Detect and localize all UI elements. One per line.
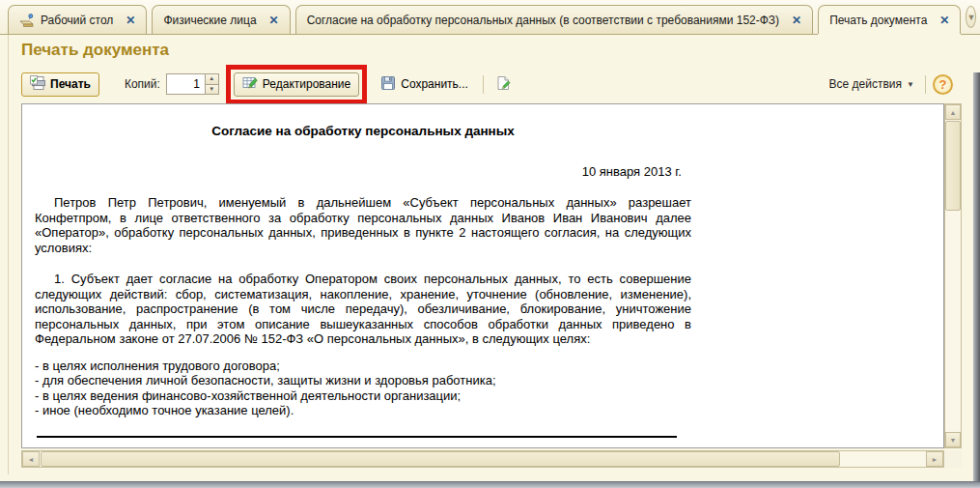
tab-consent-form[interactable]: Согласие на обработку персональных данны…: [295, 5, 814, 34]
toolbar-separator: [483, 75, 484, 94]
horizontal-scroll-thumb[interactable]: [41, 451, 840, 467]
signature-line: [37, 436, 677, 438]
page-edit-button[interactable]: [490, 72, 516, 97]
page-title: Печать документа: [21, 41, 169, 60]
save-button[interactable]: Сохранить...: [373, 72, 476, 97]
all-actions-button[interactable]: Все действия ▼: [826, 74, 918, 94]
document-paragraph: 1. Субъект дает согласие на обработку Оп…: [35, 272, 691, 347]
tab-print-document[interactable]: Печать документа ✕: [818, 5, 961, 34]
close-icon[interactable]: ✕: [939, 14, 949, 26]
edit-table-pencil-icon: [242, 75, 258, 94]
all-actions-label: Все действия: [829, 77, 902, 91]
scroll-right-button[interactable]: ►: [926, 451, 943, 467]
toolbar: Печать Копий: ▲ ▼: [21, 68, 953, 100]
close-icon[interactable]: ✕: [126, 14, 135, 26]
document-title: Согласие на обработку персональных данны…: [35, 124, 691, 139]
edit-button-label: Редактирование: [263, 77, 350, 91]
scroll-left-button[interactable]: ◄: [22, 451, 40, 467]
vertical-scrollbar[interactable]: ▲ ▼: [944, 103, 962, 448]
document-date: 10 января 2013 г.: [35, 164, 691, 180]
help-button[interactable]: ?: [933, 74, 953, 95]
printer-icon: [30, 75, 45, 94]
question-mark-icon: ?: [939, 77, 947, 92]
save-button-label: Сохранить...: [401, 77, 468, 91]
chevron-down-icon: ▼: [907, 80, 914, 89]
document-paragraph: Петров Петр Петрович, именуемый в дальне…: [35, 195, 691, 255]
tab-label: Физические лица: [163, 14, 256, 27]
tab-label: Согласие на обработку персональных данны…: [307, 14, 779, 27]
tab-individuals[interactable]: Физические лица ✕: [152, 5, 290, 34]
tab-label: Рабочий стол: [41, 14, 113, 27]
close-icon[interactable]: ✕: [792, 14, 801, 26]
horizontal-scrollbar[interactable]: ◄ ►: [21, 450, 944, 468]
window-right-edge: [973, 72, 980, 481]
edit-button[interactable]: Редактирование: [234, 72, 359, 97]
copies-label: Копий:: [125, 77, 160, 91]
tab-label: Печать документа: [829, 14, 927, 27]
page-pencil-icon: [495, 75, 511, 94]
desktop-icon: [19, 13, 35, 28]
print-button-label: Печать: [50, 77, 91, 91]
print-button[interactable]: Печать: [21, 72, 99, 97]
window-left-border: [8, 35, 9, 474]
taskbar-edge: [0, 481, 980, 488]
vertical-scroll-thumb[interactable]: [945, 121, 961, 211]
toolbar-separator: [925, 75, 926, 94]
document-preview-area: Согласие на обработку персональных данны…: [21, 103, 944, 448]
tab-overflow-button[interactable]: ▼: [966, 6, 976, 28]
copies-stepper: ▲ ▼: [166, 73, 219, 95]
scrollbar-corner: [944, 450, 962, 468]
scroll-up-button[interactable]: ▲: [945, 104, 961, 120]
scroll-down-button[interactable]: ▼: [945, 432, 961, 447]
chevron-down-icon: ▼: [966, 13, 975, 22]
document-page: Согласие на обработку персональных данны…: [35, 104, 691, 438]
copies-spin-down[interactable]: ▼: [205, 85, 219, 96]
floppy-icon: [380, 75, 396, 94]
tab-desktop[interactable]: Рабочий стол ✕: [8, 5, 147, 34]
doc-list-item: - в целях исполнения трудового договора;: [35, 359, 691, 374]
annotation-red-box: Редактирование: [226, 65, 367, 104]
doc-list-item: - в целях ведения финансово-хозяйственно…: [35, 388, 691, 404]
tab-bar: Рабочий стол ✕ Физические лица ✕ Согласи…: [0, 0, 980, 35]
copies-input[interactable]: [166, 73, 205, 95]
doc-list-item: - для обеспечения личной безопасности, з…: [35, 373, 691, 388]
doc-list-item: - иное (необходимо точное указание целей…: [35, 403, 691, 418]
copies-spin-up[interactable]: ▲: [205, 73, 219, 85]
close-icon[interactable]: ✕: [269, 14, 279, 26]
